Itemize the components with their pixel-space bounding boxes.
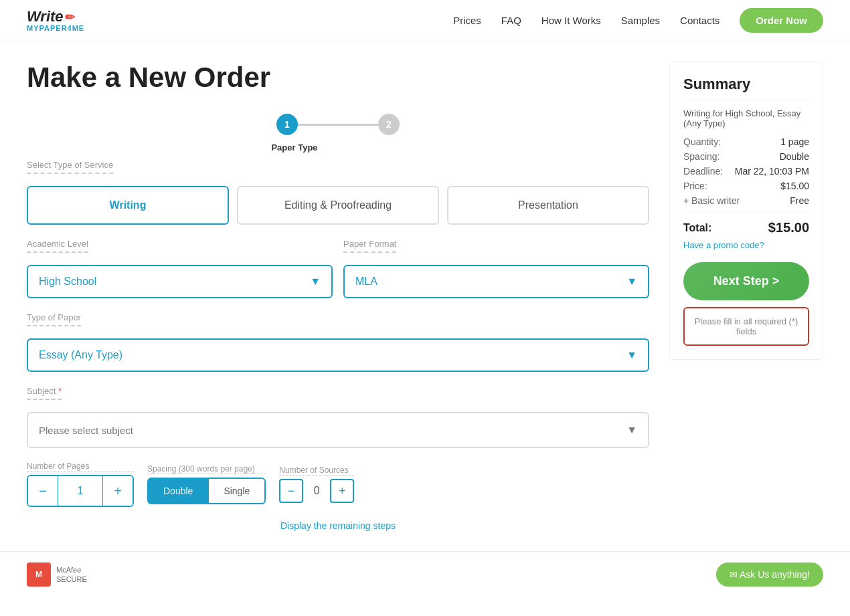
logo-write: Write: [27, 8, 64, 25]
spacing-label: Spacing (300 words per page): [147, 464, 266, 474]
paper-format-value: MLA: [355, 276, 377, 288]
bottom-controls: Number of Pages − 1 + Spacing (300 words…: [27, 461, 649, 507]
type-of-paper-label: Type of Paper: [27, 312, 81, 326]
academic-level-chevron-icon: ▼: [310, 276, 321, 288]
nav-how-it-works[interactable]: How It Works: [541, 15, 601, 26]
academic-level-wrap: Academic Level High School ▼: [27, 238, 333, 298]
service-type-label: Select Type of Service: [27, 160, 113, 174]
summary-spacing-row: Spacing: Double: [683, 151, 809, 162]
subject-dropdown[interactable]: Please select subject ▼: [27, 412, 649, 448]
summary-total-row: Total: $15.00: [683, 220, 809, 235]
summary-title: Summary: [683, 76, 809, 100]
service-btn-presentation[interactable]: Presentation: [447, 186, 649, 225]
step-1-label: Paper Type: [271, 142, 317, 152]
subject-wrap: Subject * Please select subject ▼: [27, 385, 649, 448]
fill-required-message: Please fill in all required (*) fields: [683, 307, 809, 346]
spacing-double-button[interactable]: Double: [147, 478, 209, 504]
service-btn-writing[interactable]: Writing: [27, 186, 229, 225]
service-type-buttons: Writing Editing & Proofreading Presentat…: [27, 186, 649, 225]
summary-writer-row: + Basic writer Free: [683, 195, 809, 206]
type-of-paper-wrap: Type of Paper Essay (Any Type) ▼: [27, 312, 649, 372]
logo-icon: ✏: [65, 11, 75, 24]
mcafee-text: McAfee SECURE: [56, 565, 87, 585]
paper-format-label: Paper Format: [343, 239, 396, 253]
sources-value: 0: [309, 485, 325, 497]
summary-box: Summary Writing for High School, Essay (…: [669, 62, 823, 360]
nav-contacts[interactable]: Contacts: [680, 15, 719, 26]
deadline-label: Deadline:: [683, 166, 723, 177]
step-line: [298, 124, 378, 126]
summary-divider: [683, 213, 809, 213]
academic-level-dropdown[interactable]: High School ▼: [27, 265, 333, 298]
total-value: $15.00: [768, 220, 809, 235]
footer: M McAfee SECURE ✉ Ask Us anything!: [0, 551, 850, 597]
pages-decrement-button[interactable]: −: [28, 476, 58, 506]
step-1-circle: 1: [276, 114, 298, 135]
spacing-summary-label: Spacing:: [683, 151, 719, 162]
subject-label: Subject *: [27, 386, 62, 400]
type-of-paper-chevron-icon: ▼: [626, 349, 637, 361]
total-label: Total:: [683, 222, 711, 234]
next-step-button[interactable]: Next Step >: [683, 262, 809, 300]
header: Write✏ MYPAPER4ME Prices FAQ How It Work…: [0, 0, 850, 41]
paper-format-dropdown[interactable]: MLA ▼: [343, 265, 649, 298]
sources-increment-button[interactable]: +: [330, 479, 354, 503]
sidebar: Summary Writing for High School, Essay (…: [669, 62, 823, 531]
summary-deadline-row: Deadline: Mar 22, 10:03 PM: [683, 166, 809, 177]
sources-wrap: Number of Sources − 0 +: [279, 466, 354, 503]
writer-label: + Basic writer: [683, 195, 740, 206]
mcafee-icon: M: [27, 562, 51, 587]
main-nav: Prices FAQ How It Works Samples Contacts…: [453, 8, 823, 33]
pages-value: 1: [58, 476, 103, 506]
pages-increment-button[interactable]: +: [103, 476, 133, 506]
nav-samples[interactable]: Samples: [621, 15, 660, 26]
order-now-button[interactable]: Order Now: [740, 8, 823, 33]
logo-sub: MYPAPER4ME: [27, 24, 84, 32]
pages-control: − 1 +: [27, 475, 134, 507]
summary-description: Writing for High School, Essay (Any Type…: [683, 108, 809, 128]
sources-label: Number of Sources: [279, 466, 354, 476]
service-btn-editing[interactable]: Editing & Proofreading: [237, 186, 439, 225]
sources-decrement-button[interactable]: −: [279, 479, 303, 503]
spacing-single-button[interactable]: Single: [209, 478, 266, 504]
spacing-wrap: Spacing (300 words per page) Double Sing…: [147, 464, 266, 504]
logo: Write✏ MYPAPER4ME: [27, 9, 84, 32]
display-steps-link[interactable]: Display the remaining steps: [27, 520, 649, 531]
ask-us-button[interactable]: ✉ Ask Us anything!: [716, 562, 823, 587]
academic-level-value: High School: [39, 276, 96, 288]
summary-quantity-row: Quantity: 1 page: [683, 136, 809, 147]
promo-code-link[interactable]: Have a promo code?: [683, 240, 764, 250]
spacing-buttons: Double Single: [147, 478, 266, 504]
price-label: Price:: [683, 181, 707, 191]
pages-label: Number of Pages: [27, 461, 134, 472]
nav-prices[interactable]: Prices: [453, 15, 481, 26]
level-format-row: Academic Level High School ▼ Paper Forma…: [27, 238, 649, 298]
academic-level-label: Academic Level: [27, 239, 88, 253]
summary-price-row: Price: $15.00: [683, 181, 809, 191]
paper-format-wrap: Paper Format MLA ▼: [343, 238, 649, 298]
paper-format-chevron-icon: ▼: [626, 276, 637, 288]
subject-required-star: *: [58, 386, 62, 396]
subject-chevron-icon: ▼: [626, 424, 637, 436]
mcafee-badge: M McAfee SECURE: [27, 562, 87, 587]
page-title: Make a New Order: [27, 62, 649, 94]
pages-wrap: Number of Pages − 1 +: [27, 461, 134, 507]
subject-placeholder: Please select subject: [39, 425, 133, 436]
deadline-value: Mar 22, 10:03 PM: [735, 166, 809, 177]
price-value: $15.00: [780, 181, 809, 191]
sources-control: − 0 +: [279, 479, 354, 503]
quantity-value: 1 page: [780, 136, 809, 147]
quantity-label: Quantity:: [683, 136, 721, 147]
step-2-circle: 2: [378, 114, 400, 135]
nav-faq[interactable]: FAQ: [501, 15, 521, 26]
type-of-paper-dropdown[interactable]: Essay (Any Type) ▼: [27, 338, 649, 372]
writer-value: Free: [790, 195, 809, 206]
form-section: Make a New Order 1 2 Paper Type Select T…: [27, 62, 649, 531]
spacing-summary-value: Double: [780, 151, 809, 162]
main-container: Make a New Order 1 2 Paper Type Select T…: [0, 41, 850, 551]
type-of-paper-value: Essay (Any Type): [39, 349, 122, 361]
steps-indicator: 1 2 Paper Type: [27, 114, 649, 152]
